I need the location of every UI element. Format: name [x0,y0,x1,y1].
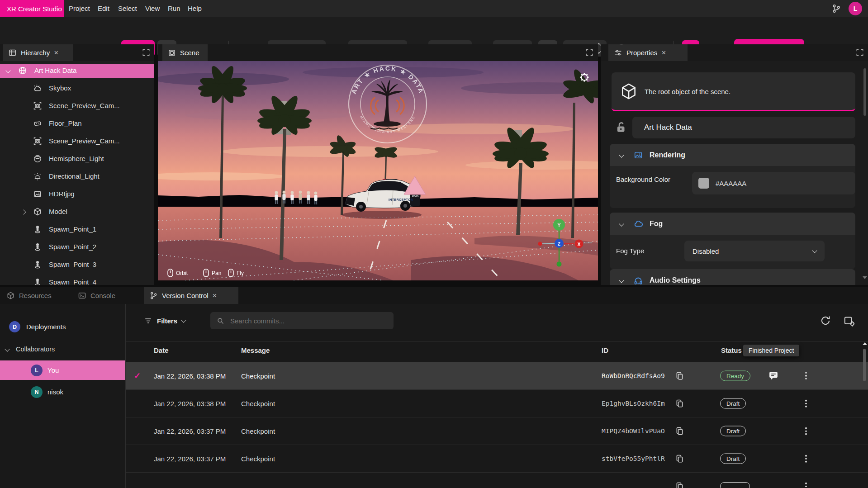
table-scrollbar[interactable] [863,341,866,488]
commit-row[interactable]: Jan 22, 2026, 03:37 PM Checkpoint stbVfe… [126,445,868,472]
tab-properties[interactable]: Properties × [608,44,688,61]
collaborators-header[interactable]: Collaborators [5,346,55,353]
globe-icon [18,66,27,75]
chevron-down-icon[interactable] [5,68,10,73]
scene-viewport[interactable]: INTERCEPTOR DATA ART ★ HACK ★ DATA MIAMI… [158,61,598,280]
chevron-right-icon[interactable] [21,209,26,214]
root-object-card: The root object of the scene. [612,72,855,111]
rendering-section: Rendering Background Color #AAAAAA [610,144,855,208]
commit-row[interactable]: Jan 22, 2026, 03:38 PM Checkpoint Ep1ghv… [126,389,868,417]
root-object-description: The root object of the scene. [645,88,730,95]
close-icon[interactable]: × [213,292,217,299]
unlock-icon[interactable] [614,120,628,134]
object-name-field[interactable]: Art Hack Data [632,117,855,138]
hierarchy-item[interactable]: Model [0,205,154,219]
root-cube-icon [619,82,638,101]
commit-row[interactable]: ✓ Jan 22, 2026, 03:38 PM Checkpoint RoWb… [126,362,868,389]
row-menu-icon[interactable] [805,483,807,488]
scene-tab-strip: Scene [158,44,598,61]
tab-hierarchy[interactable]: Hierarchy × [3,44,73,61]
collaborator-nisok[interactable]: N nisok [0,382,125,402]
version-control-branch-icon[interactable] [831,4,841,14]
copy-id-icon[interactable] [675,454,684,464]
fog-type-dropdown[interactable]: Disabled [684,241,825,261]
properties-scrollbar[interactable] [863,65,866,282]
expand-panel-icon[interactable] [585,48,593,57]
refresh-icon[interactable] [820,315,831,327]
row-menu-icon[interactable] [805,400,807,407]
fog-section: Fog Fog Type Disabled [610,213,855,269]
search-commits-box[interactable] [210,312,394,329]
scroll-down-arrow[interactable] [863,276,867,279]
expand-panel-icon[interactable] [142,48,150,57]
hierarchy-item[interactable]: Scene_Preview_Cam... [0,134,154,148]
console-terminal-icon [78,291,86,300]
directional-light-icon [33,172,42,181]
hierarchy-item[interactable]: Hemisphere_Light [0,152,154,166]
menu-edit[interactable]: Edit [98,0,109,17]
close-icon[interactable]: × [54,49,58,57]
close-icon[interactable]: × [661,49,666,57]
chevron-down-icon [619,152,624,157]
hierarchy-item[interactable]: Skybox [0,81,154,95]
row-menu-icon[interactable] [805,427,807,435]
menu-select[interactable]: Select [118,0,137,17]
spawn-point-icon [33,278,42,285]
hierarchy-item[interactable]: Floor_Plan [0,117,154,131]
fog-section-header[interactable]: Fog [610,213,855,235]
hierarchy-item[interactable]: Spawn_Point_4 [0,275,154,285]
status-badge: Ready [720,370,750,381]
svg-text:Y: Y [557,222,561,228]
background-color-field[interactable]: #AAAAAA [692,172,855,194]
hierarchy-item-label: Hemisphere_Light [49,155,104,162]
copy-id-icon[interactable] [675,371,684,380]
hierarchy-item-label: Directional_Light [49,172,100,180]
scroll-up-arrow[interactable] [863,342,867,345]
hierarchy-item-label: Model [49,208,67,215]
tab-console[interactable]: Console [78,287,115,304]
spawn-point-icon [33,242,42,251]
sidebar-item-deployments[interactable]: D Deployments [9,321,66,332]
chevron-down-icon [619,278,624,283]
hierarchy-panel: Hierarchy × Art Hack Data Skybox Scene_P… [0,44,154,285]
row-menu-icon[interactable] [805,372,807,379]
filters-button[interactable]: Filters [144,312,185,329]
copy-id-icon[interactable] [675,399,684,408]
headphones-icon [633,275,643,285]
hierarchy-item-root[interactable]: Art Hack Data [0,64,154,78]
toolbar: World Selection 0.5m 5° 0 m [0,17,868,44]
hierarchy-item-label: Scene_Preview_Cam... [49,102,120,109]
tab-version-control[interactable]: Version Control × [144,287,238,304]
hierarchy-item[interactable]: Scene_Preview_Cam... [0,99,154,113]
tab-scene[interactable]: Scene [162,44,208,61]
commit-settings-icon[interactable] [843,315,855,327]
tab-resources[interactable]: Resources [6,287,52,304]
menu-help[interactable]: Help [188,0,202,17]
hierarchy-item[interactable]: Directional_Light [0,170,154,184]
comment-icon[interactable] [768,370,779,381]
hierarchy-item-label: Spawn_Point_2 [49,243,96,251]
hierarchy-item[interactable]: Spawn_Point_2 [0,240,154,254]
commit-row[interactable]: Jan 22, 2026, 03:37 PM Checkpoint MIPQZ4… [126,417,868,445]
scene-icon [168,49,176,57]
commit-row-partial[interactable] [126,472,868,488]
hierarchy-item[interactable]: Spawn_Point_3 [0,258,154,272]
menu-project[interactable]: Project [69,0,90,17]
color-swatch[interactable] [698,178,709,189]
row-menu-icon[interactable] [805,455,807,463]
menu-view[interactable]: View [145,0,160,17]
hierarchy-item-label: HDRIjpg [49,190,75,198]
hierarchy-item[interactable]: Spawn_Point_1 [0,223,154,237]
menu-run[interactable]: Run [168,0,180,17]
search-commits-input[interactable] [229,317,376,325]
collaborator-you[interactable]: L You [0,360,125,380]
expand-panel-icon[interactable] [856,48,864,57]
copy-id-icon[interactable] [675,426,684,436]
rendering-section-header[interactable]: Rendering [610,144,855,166]
copy-id-icon[interactable] [675,482,684,488]
audio-section-header[interactable]: Audio Settings [610,269,855,285]
hierarchy-item[interactable]: HDRIjpg [0,187,154,201]
finished-project-tooltip: Finished Project [743,345,799,356]
user-avatar[interactable]: L [849,2,862,15]
scene-panel: Scene [158,44,598,280]
